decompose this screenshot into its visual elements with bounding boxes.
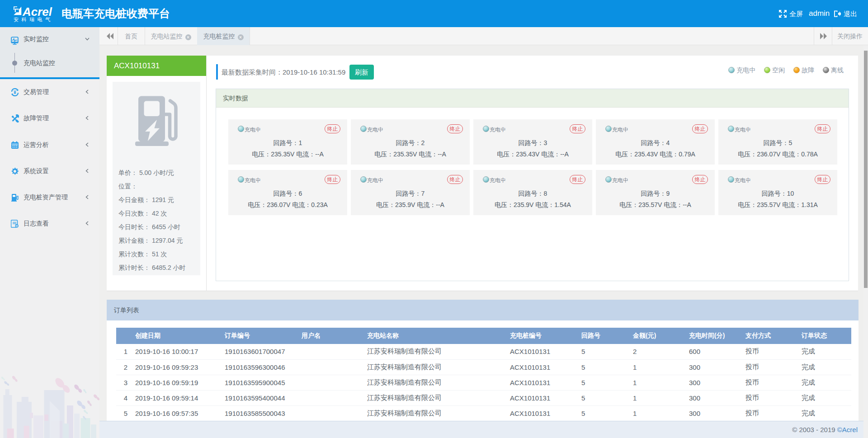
svg-text:¥: ¥ bbox=[14, 89, 16, 95]
